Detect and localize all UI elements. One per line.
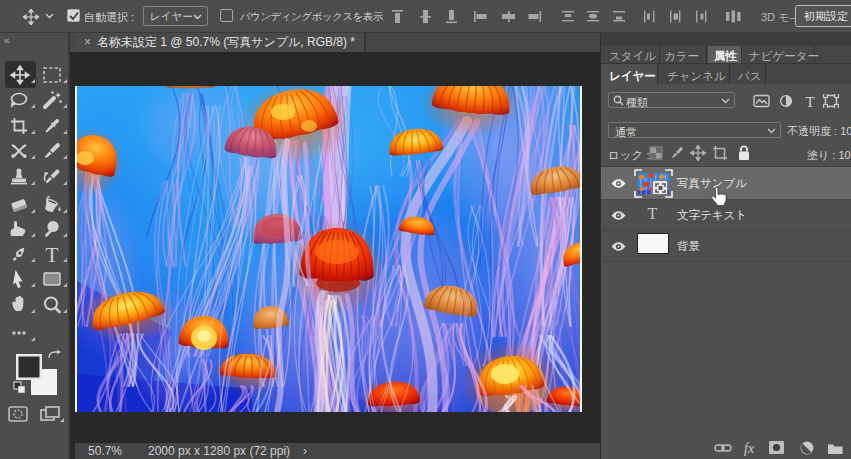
- svg-text:T: T: [46, 243, 59, 267]
- svg-text:fx: fx: [744, 441, 755, 456]
- svg-text:T: T: [805, 94, 814, 108]
